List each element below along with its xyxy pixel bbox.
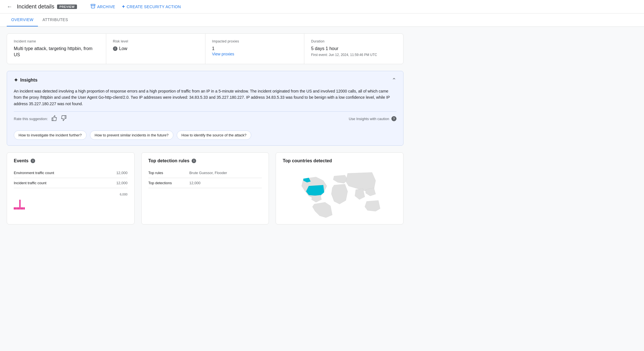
duration-label: Duration [311, 39, 396, 43]
risk-level-col: Risk level i Low [106, 34, 205, 64]
detection-rules-title: Top detection rules i [148, 158, 262, 163]
suggestion-chip-2[interactable]: How to identify the source of the attack… [177, 130, 251, 140]
page-title: Incident details PREVIEW [17, 3, 77, 10]
create-security-action-button[interactable]: + CREATE SECURITY ACTION [122, 4, 181, 10]
view-proxies-link[interactable]: View proxies [212, 52, 298, 56]
rate-label: Rate this suggestion: [14, 117, 48, 121]
risk-level-value: i Low [113, 46, 127, 52]
archive-icon [90, 4, 96, 10]
suggestion-chip-1[interactable]: How to prevent similar incidents in the … [90, 130, 173, 140]
chart-bar-container [14, 200, 25, 210]
header-actions: ARCHIVE + CREATE SECURITY ACTION [90, 4, 181, 10]
create-security-action-icon: + [122, 4, 125, 10]
top-rules-value: Brute Guessor, Flooder [189, 171, 227, 175]
chart-bar [22, 207, 23, 210]
impacted-proxies-col: Impacted proxies 1 View proxies [205, 34, 305, 64]
insights-title: ✦ Insights [14, 77, 37, 83]
rules-row-0: Top rules Brute Guessor, Flooder [148, 168, 262, 178]
insights-title-text: Insights [20, 78, 37, 83]
chart-bar [24, 207, 25, 210]
incident-info-card: Incident name Multi type attack, targeti… [7, 33, 403, 64]
incident-name-col: Incident name Multi type attack, targeti… [7, 34, 106, 64]
map-svg [283, 168, 396, 219]
events-stats-table: Environment traffic count 12,000 Inciden… [14, 168, 128, 188]
top-rules-label: Top rules [148, 171, 185, 175]
env-traffic-label: Environment traffic count [14, 171, 54, 175]
insights-header: ✦ Insights ⌃ [14, 77, 396, 84]
chart-bar [14, 207, 15, 210]
sparkle-icon: ✦ [14, 77, 18, 83]
header: ← Incident details PREVIEW ARCHIVE + CRE… [0, 0, 644, 14]
rules-table: Top rules Brute Guessor, Flooder Top det… [148, 168, 262, 188]
duration-sub: First event: Jun 12, 2024, 11:59:46 PM U… [311, 53, 396, 57]
insights-text: An incident was detected involving a hig… [14, 88, 396, 107]
thumbdown-button[interactable] [61, 115, 67, 123]
incident-name-label: Incident name [14, 39, 99, 43]
back-button[interactable]: ← [7, 3, 12, 10]
thumbup-button[interactable] [51, 115, 57, 123]
top-countries-title: Top countries detected [283, 158, 396, 163]
events-chart: 6,000 [14, 193, 128, 210]
top-countries-card: Top countries detected [276, 152, 403, 224]
caution-label: Use Insights with caution [349, 117, 389, 121]
insights-card: ✦ Insights ⌃ An incident was detected in… [7, 71, 403, 146]
risk-info-icon: i [113, 46, 117, 51]
insights-footer: Rate this suggestion: Use Insights with … [14, 111, 396, 126]
world-map [283, 168, 396, 219]
insights-collapse-button[interactable]: ⌃ [392, 77, 396, 84]
chart-y-label: 6,000 [120, 193, 128, 196]
events-row-0: Environment traffic count 12,000 [14, 168, 128, 178]
risk-value-text: Low [119, 46, 127, 52]
incident-traffic-value: 12,000 [116, 181, 128, 185]
create-security-action-label: CREATE SECURITY ACTION [127, 4, 181, 9]
impacted-proxies-label: Impacted proxies [212, 39, 298, 43]
events-title-text: Events [14, 158, 28, 163]
detection-rules-info-icon: i [192, 159, 196, 163]
duration-value: 5 days 1 hour [311, 46, 396, 52]
top-detection-rules-card: Top detection rules i Top rules Brute Gu… [141, 152, 269, 224]
top-countries-title-text: Top countries detected [283, 158, 332, 163]
rules-row-1: Top detections 12,000 [148, 178, 262, 188]
impacted-proxies-value: 1 [212, 46, 298, 52]
events-title: Events i [14, 158, 128, 163]
chart-bar [18, 207, 19, 210]
tab-attributes[interactable]: ATTRIBUTES [38, 14, 72, 26]
env-traffic-value: 12,000 [116, 171, 128, 175]
tab-overview[interactable]: OVERVIEW [7, 14, 38, 26]
risk-level-label: Risk level [113, 39, 198, 43]
archive-label: ARCHIVE [97, 4, 115, 9]
tabs-bar: OVERVIEW ATTRIBUTES [0, 14, 644, 27]
events-card: Events i Environment traffic count 12,00… [7, 152, 135, 224]
chart-bar [15, 207, 16, 210]
suggestion-chip-0[interactable]: How to investigate the incident further? [14, 130, 87, 140]
events-row-1: Incident traffic count 12,000 [14, 178, 128, 188]
bottom-row: Events i Environment traffic count 12,00… [7, 152, 403, 224]
chart-bar [19, 200, 21, 210]
top-detections-value: 12,000 [189, 181, 201, 185]
caution-section: Use Insights with caution ? [349, 116, 396, 121]
main-content: Incident name Multi type attack, targeti… [0, 27, 410, 231]
rate-section: Rate this suggestion: [14, 115, 67, 123]
detection-rules-title-text: Top detection rules [148, 158, 189, 163]
events-info-icon: i [31, 159, 35, 163]
chart-bar [21, 207, 22, 210]
suggestions-row: How to investigate the incident further?… [14, 130, 396, 140]
incident-name-value: Multi type attack, targeting httpbin, fr… [14, 46, 99, 58]
chart-bar [17, 207, 18, 210]
incident-traffic-label: Incident traffic count [14, 181, 46, 185]
duration-col: Duration 5 days 1 hour First event: Jun … [304, 34, 403, 64]
svg-rect-0 [91, 4, 95, 5]
caution-help-icon[interactable]: ? [391, 116, 396, 121]
archive-button[interactable]: ARCHIVE [90, 4, 115, 10]
top-detections-label: Top detections [148, 181, 185, 185]
page-title-text: Incident details [17, 3, 54, 10]
preview-badge: PREVIEW [57, 4, 77, 9]
